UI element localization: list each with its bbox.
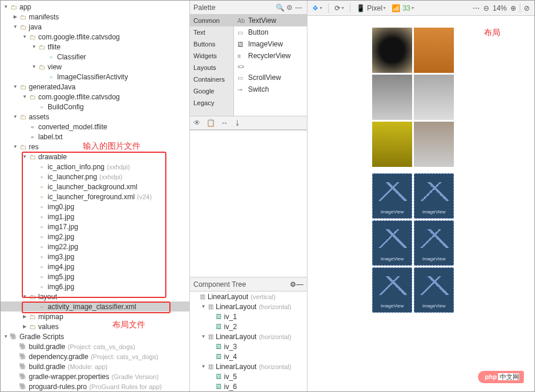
minimize-icon[interactable]: — — [294, 4, 303, 12]
tree-row[interactable]: ▼ 🗀 java — [1, 22, 189, 32]
palette-item[interactable]: AbTextView — [234, 15, 307, 26]
palette-item[interactable]: <> — [234, 62, 307, 72]
tree-row[interactable]: ▫ activity_image_classifier.xml — [1, 301, 189, 311]
tree-row[interactable]: ▫ ic_launcher_background.xml — [1, 182, 189, 192]
tree-row[interactable]: ▫ img1.jpg — [1, 212, 189, 222]
imageview-placeholder-4[interactable]: ImageView — [414, 220, 454, 266]
tree-row[interactable]: ▼ 🗀 com.google.tflite.catvsdog — [1, 32, 189, 42]
tree-row[interactable]: ▫ ImageClassifierActivity — [1, 72, 189, 82]
layers-icon[interactable]: ❖▾ — [312, 4, 322, 12]
tree-row[interactable]: ▫ img6.jpg — [1, 282, 189, 292]
tree-row[interactable]: ▼ 🐘 Gradle Scripts — [1, 331, 189, 341]
download-icon[interactable]: ⭳ — [234, 119, 241, 127]
component-tree-row[interactable]: 🖼 iv_5 — [190, 371, 307, 381]
imageview-placeholder-6[interactable]: ImageView — [414, 267, 454, 313]
tree-row[interactable]: ▫ converted_model.tflite — [1, 122, 189, 132]
tree-row[interactable]: ▼ 🗀 tflite — [1, 42, 189, 52]
preview-img4[interactable] — [372, 122, 412, 167]
zoom-value[interactable]: 14% — [493, 4, 507, 12]
imageview-placeholder-1[interactable]: ImageView — [372, 173, 412, 219]
palette-item[interactable]: ⊸Switch — [234, 83, 307, 95]
palette-category[interactable]: Google — [190, 85, 233, 97]
tree-row[interactable]: ▫ Classifier — [1, 52, 189, 62]
preview-img2[interactable] — [372, 75, 412, 120]
tree-row[interactable]: ▶ 🗀 mipmap — [1, 311, 189, 321]
component-tree-row[interactable]: 🖼 iv_3 — [190, 341, 307, 351]
minimize-icon[interactable]: — — [296, 280, 303, 289]
swap-icon[interactable]: ↔ — [221, 119, 228, 127]
tree-row[interactable]: ▫ img3.jpg — [1, 252, 189, 262]
tree-row[interactable]: ▫ label.txt — [1, 132, 189, 142]
tree-row[interactable]: ▼ 🗀 com.google.tflite.catvsdog — [1, 92, 189, 102]
palette-categories[interactable]: CommonTextButtonsWidgetsLayoutsContainer… — [190, 15, 234, 116]
preview-img0[interactable] — [372, 28, 412, 73]
tree-row[interactable]: 🐘 build.gradle (Project: cats_vs_dogs) — [1, 341, 189, 351]
preview-img1[interactable] — [414, 28, 454, 73]
palette-category[interactable]: Legacy — [190, 97, 233, 109]
clipboard-icon[interactable]: 📋 — [206, 119, 215, 127]
tree-row[interactable]: ▫ img22.jpg — [1, 242, 189, 252]
palette-item[interactable]: ▭Button — [234, 26, 307, 38]
zoom-out-icon[interactable]: ⊖ — [483, 4, 489, 12]
tree-row[interactable]: ▶ 🗀 values — [1, 321, 189, 331]
component-tree-row[interactable]: ▥ LinearLayout (vertical) — [190, 292, 307, 301]
component-tree-row[interactable]: ▼ ▥ LinearLayout (horizontal) — [190, 361, 307, 371]
dots-icon[interactable]: ⋯ — [473, 4, 480, 12]
tree-row[interactable]: ▫ img2.jpg — [1, 232, 189, 242]
palette-item[interactable]: ▭ScrollView — [234, 72, 307, 83]
palette-items[interactable]: AbTextView▭Button🖼ImageView≡RecyclerView… — [234, 15, 307, 116]
tree-row[interactable]: ▫ ic_launcher.png (xxhdpi) — [1, 172, 189, 182]
palette-item[interactable]: 🖼ImageView — [234, 38, 307, 50]
preview-img3[interactable] — [414, 75, 454, 120]
imageview-placeholder-3[interactable]: ImageView — [372, 220, 412, 266]
component-tree-row[interactable]: 🖼 iv_4 — [190, 351, 307, 361]
gear-icon[interactable]: ⚙ — [285, 4, 294, 12]
tree-row[interactable]: 🐘 gradle-wrapper.properties (Gradle Vers… — [1, 371, 189, 381]
palette-category[interactable]: Common — [190, 15, 233, 26]
tree-row[interactable]: ▫ img17.jpg — [1, 222, 189, 232]
device-selector[interactable]: 📱 Pixel▾ — [356, 4, 386, 12]
imageview-placeholder-5[interactable]: ImageView — [372, 267, 412, 313]
tree-row[interactable]: ▫ img4.jpg — [1, 262, 189, 272]
gear-icon[interactable]: ⚙ — [290, 280, 296, 289]
tree-row[interactable]: ▼ 🗀 drawable — [1, 152, 189, 162]
tree-row[interactable]: 🐘 build.gradle (Module: app) — [1, 361, 189, 371]
tree-row[interactable]: 🐘 proguard-rules.pro (ProGuard Rules for… — [1, 381, 189, 391]
component-tree[interactable]: ▥ LinearLayout (vertical) ▼ ▥ LinearLayo… — [190, 292, 307, 391]
component-tree-row[interactable]: 🖼 iv_1 — [190, 311, 307, 321]
preview-img5[interactable] — [414, 122, 454, 167]
imageview-placeholder-2[interactable]: ImageView — [414, 173, 454, 219]
search-icon[interactable]: 🔍 — [275, 4, 285, 12]
palette-category[interactable]: Text — [190, 26, 233, 38]
tree-row[interactable]: ▼ 🗀 app — [1, 2, 189, 12]
palette-category[interactable]: Buttons — [190, 38, 233, 50]
tree-row[interactable]: ▼ 🗀 layout — [1, 292, 189, 301]
tree-row[interactable]: 🐘 dependency.gradle (Project: cats_vs_do… — [1, 351, 189, 361]
tree-row[interactable]: ▼ 🗀 view — [1, 62, 189, 72]
tree-row[interactable]: ▫ BuildConfig — [1, 102, 189, 112]
orientation-icon[interactable]: ⟳▾ — [335, 4, 344, 12]
palette-item[interactable]: ≡RecyclerView — [234, 50, 307, 62]
tree-row[interactable]: ▼ 🗀 generatedJava — [1, 82, 189, 92]
component-tree-row[interactable]: 🖼 iv_2 — [190, 321, 307, 331]
zoom-in-icon[interactable]: ⊕ — [510, 4, 516, 12]
palette-category[interactable]: Layouts — [190, 62, 233, 73]
tree-row[interactable]: ▶ 🗀 manifests — [1, 12, 189, 22]
eye-icon[interactable]: 👁 — [193, 119, 200, 127]
tree-row[interactable]: ▫ ic_action_info.png (xxhdpi) — [1, 162, 189, 172]
annotation-input-images: 输入的图片文件 — [83, 141, 141, 152]
component-tree-row[interactable]: 🖼 iv_6 — [190, 381, 307, 391]
palette-category[interactable]: Widgets — [190, 50, 233, 62]
tree-row[interactable]: ▫ ic_launcher_foreground.xml (v24) — [1, 192, 189, 202]
component-tree-row[interactable]: ▼ ▥ LinearLayout (horizontal) — [190, 301, 307, 311]
tree-row[interactable]: ▫ img0.jpg — [1, 202, 189, 212]
project-tree[interactable]: ▼ 🗀 app ▶ 🗀 manifests ▼ 🗀 java ▼ 🗀 com.g… — [1, 1, 190, 391]
design-surface[interactable]: 布局 ImageView ImageView ImageView ImageV — [307, 16, 534, 391]
tree-row[interactable]: ▫ img5.jpg — [1, 272, 189, 282]
api-selector[interactable]: 📶 33▾ — [392, 4, 414, 12]
warning-icon[interactable]: ⊘ — [524, 4, 530, 12]
palette-category[interactable]: Containers — [190, 73, 233, 85]
palette-header: Palette 🔍 ⚙ — — [190, 1, 307, 15]
tree-row[interactable]: ▼ 🗀 assets — [1, 112, 189, 122]
component-tree-row[interactable]: ▼ ▥ LinearLayout (horizontal) — [190, 331, 307, 341]
